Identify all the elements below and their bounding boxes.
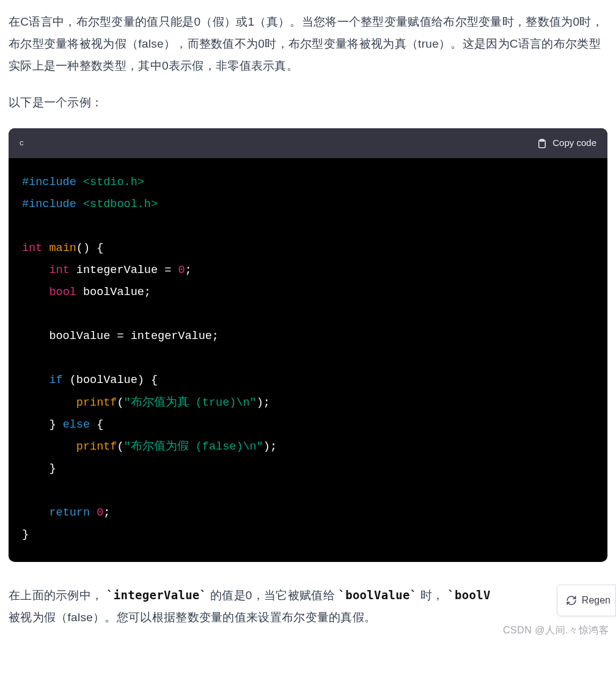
text-segment: 被视为假（false）。您可以根据整数变量的值来设置布尔变量的真假。 [9,611,376,624]
paragraph-intro: 在C语言中，布尔型变量的值只能是0（假）或1（真）。当您将一个整型变量赋值给布尔… [9,11,607,77]
inline-code-integerValue: `integerValue` [106,588,207,602]
inline-code-boolV-cut: `boolV [447,588,490,602]
regenerate-label: Regen [582,591,610,610]
text-segment: 时， [420,589,444,602]
paragraph-example-lead: 以下是一个示例： [9,92,607,114]
refresh-icon [566,595,577,606]
code-content: #include <stdio.h> #include <stdbool.h> … [9,158,607,562]
inline-code-boolValue: `boolValue` [338,588,417,602]
code-block: c Copy code #include <stdio.h> #include … [9,128,607,562]
regenerate-button[interactable]: Regen [557,585,616,616]
text-segment: 在上面的示例中， [9,589,103,602]
code-language-label: c [20,136,24,151]
copy-code-button[interactable]: Copy code [537,134,596,152]
copy-code-label: Copy code [552,134,596,152]
code-header: c Copy code [9,128,607,158]
text-segment: 的值是0，当它被赋值给 [210,589,338,602]
clipboard-icon [537,138,548,149]
paragraph-explain: 在上面的示例中， `integerValue` 的值是0，当它被赋值给 `boo… [9,584,607,629]
